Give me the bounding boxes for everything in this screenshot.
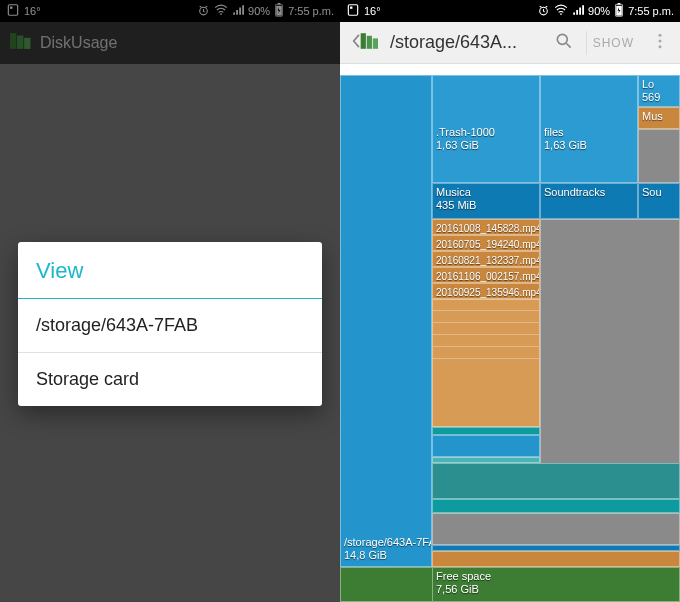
block-file-2[interactable]: 20160821_132337.mp4 xyxy=(432,251,540,267)
search-button[interactable] xyxy=(550,27,578,58)
right-screen: 16° 90% 7:55 p.m. xyxy=(340,0,680,602)
block-file-0[interactable]: 20161008_145828.mp4 xyxy=(432,219,540,235)
svg-rect-19 xyxy=(373,38,378,48)
svg-point-21 xyxy=(659,34,662,37)
block-orange-bottom[interactable] xyxy=(432,551,680,567)
svg-point-20 xyxy=(557,34,567,44)
block-label: 20160705_194240.mp4 xyxy=(436,238,540,251)
block-label: Mus xyxy=(642,110,663,123)
block-file-1[interactable]: 20160705_194240.mp4 xyxy=(432,235,540,251)
svg-rect-17 xyxy=(361,33,366,49)
block-label: Free space 7,56 GiB xyxy=(436,570,491,596)
dialog-item-storage-card[interactable]: Storage card xyxy=(18,353,322,406)
block-musica[interactable]: Musica 435 MiB xyxy=(432,183,540,219)
right-appbar: /storage/643A... SHOW xyxy=(340,22,680,64)
block-label: Lo 569 xyxy=(642,78,660,104)
block-darkcyan[interactable] xyxy=(432,463,680,499)
svg-rect-15 xyxy=(618,3,621,4)
block-label: Musica 435 MiB xyxy=(436,186,476,212)
block-grey-bottom[interactable] xyxy=(432,513,680,545)
svg-rect-11 xyxy=(350,7,352,9)
block-free-space[interactable]: Free space 7,56 GiB xyxy=(432,567,680,602)
block-file-4[interactable]: 20160925_135946.mp4 xyxy=(432,283,540,299)
block-grey-large[interactable] xyxy=(540,219,680,465)
block-trash[interactable]: .Trash-1000 1,63 GiB xyxy=(432,75,540,183)
block-file-3[interactable]: 20161106_002157.mp4 xyxy=(432,267,540,283)
treemap[interactable]: /storage/643A-7FAB 14,8 GiB .Trash-1000 … xyxy=(340,75,680,602)
block-mus-small[interactable]: Mus xyxy=(638,107,680,129)
alarm-icon xyxy=(537,4,550,19)
status-time: 7:55 p.m. xyxy=(628,5,674,17)
block-label: 20160821_132337.mp4 xyxy=(436,254,540,267)
path-title: /storage/643A... xyxy=(390,32,542,53)
block-blue-stripe[interactable] xyxy=(432,435,540,457)
left-screen: 16° 90% 7:55 p.m. xyxy=(0,0,340,602)
overflow-menu-button[interactable] xyxy=(648,31,672,54)
block-label: 20161008_145828.mp4 xyxy=(436,222,540,235)
block-label: /storage/643A-7FAB 14,8 GiB xyxy=(344,536,432,562)
svg-rect-10 xyxy=(348,5,357,16)
svg-point-22 xyxy=(659,40,662,43)
block-misc-1[interactable] xyxy=(638,129,680,183)
block-teal2[interactable] xyxy=(432,499,680,513)
battery-icon xyxy=(614,3,624,19)
block-orange-large[interactable] xyxy=(432,299,540,427)
block-lo[interactable]: Lo 569 xyxy=(638,75,680,107)
block-label: 20160925_135946.mp4 xyxy=(436,286,540,299)
block-label: 20161106_002157.mp4 xyxy=(436,270,540,283)
view-dialog: View /storage/643A-7FAB Storage card xyxy=(18,242,322,406)
storage-icon xyxy=(346,3,360,19)
wifi-icon xyxy=(554,4,568,18)
block-root[interactable]: /storage/643A-7FAB 14,8 GiB xyxy=(340,75,432,567)
dialog-title: View xyxy=(18,242,322,299)
block-label: .Trash-1000 1,63 GiB xyxy=(436,126,495,152)
status-bar: 16° 90% 7:55 p.m. xyxy=(340,0,680,22)
status-temperature: 16° xyxy=(364,5,381,17)
block-label: Soundtracks xyxy=(544,186,605,199)
signal-icon xyxy=(572,4,584,18)
block-soundtracks[interactable]: Soundtracks xyxy=(540,183,638,219)
back-button[interactable] xyxy=(348,27,382,58)
block-files[interactable]: files 1,63 GiB xyxy=(540,75,638,183)
dialog-item-storage-path[interactable]: /storage/643A-7FAB xyxy=(18,299,322,353)
status-battery: 90% xyxy=(588,5,610,17)
svg-point-13 xyxy=(560,13,562,15)
block-label: files 1,63 GiB xyxy=(544,126,587,152)
block-teal-stripe[interactable] xyxy=(432,427,540,435)
show-button[interactable]: SHOW xyxy=(586,31,640,55)
block-label: Sou xyxy=(642,186,662,199)
svg-point-23 xyxy=(659,45,662,48)
block-sou[interactable]: Sou xyxy=(638,183,680,219)
svg-rect-18 xyxy=(367,36,372,49)
